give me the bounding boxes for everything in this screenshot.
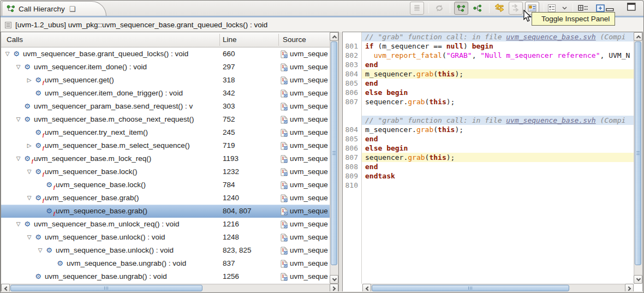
tree-row[interactable]: ⚙fuvm_sequence_base.lock()7841uvm_seque bbox=[1, 178, 330, 192]
caller-hierarchy-button[interactable] bbox=[454, 2, 468, 15]
scroll-down-button[interactable] bbox=[330, 275, 338, 284]
editor-vertical-scrollbar[interactable] bbox=[634, 32, 642, 284]
collapse-arrow-icon[interactable]: ▽ bbox=[14, 152, 22, 165]
file-link[interactable]: uvm_sequence_base.svh bbox=[506, 33, 595, 41]
code-line-body: end bbox=[362, 79, 634, 88]
column-header-line[interactable]: Line bbox=[223, 32, 237, 47]
tree-row[interactable]: ⚙uvm_sequencer_param_base.send_request()… bbox=[1, 100, 330, 113]
maximize-button[interactable] bbox=[627, 3, 636, 13]
line-number-cell: 1248 bbox=[223, 231, 239, 244]
method-gear-icon: ⚙f bbox=[34, 126, 43, 139]
tree-row[interactable]: ▽⚙fuvm_sequencer_base.m_lock_req()11931u… bbox=[1, 152, 330, 165]
expand-arrow-icon[interactable]: ▷ bbox=[25, 74, 33, 87]
collapse-arrow-icon[interactable]: ▽ bbox=[3, 47, 11, 61]
source-cell: 1uvm_seque bbox=[281, 192, 330, 205]
source-cell: 1uvm_seque bbox=[281, 205, 330, 218]
tree-vertical-scrollbar[interactable] bbox=[330, 32, 338, 284]
collapse-arrow-icon[interactable]: ▽ bbox=[14, 61, 22, 74]
layers-button[interactable] bbox=[410, 2, 424, 15]
tree-row[interactable]: ▽⚙uvm_sequence_base.unlock() : void823, … bbox=[1, 244, 330, 257]
gutter-line-number: 805 bbox=[343, 79, 358, 88]
callee-hierarchy-button[interactable] bbox=[470, 2, 485, 15]
tree-vscroll-thumb[interactable] bbox=[331, 41, 337, 265]
tree-row[interactable]: ⚙uvm_sequence_base.ungrab() : void8371uv… bbox=[1, 257, 330, 270]
collapse-arrow-icon[interactable]: ▽ bbox=[25, 231, 33, 244]
source-cell: 1uvm_seque bbox=[281, 218, 330, 231]
method-gear-icon: ⚙ bbox=[45, 244, 53, 257]
gutter-line-number: 807 bbox=[343, 153, 358, 162]
source-file-name: uvm_seque bbox=[290, 257, 328, 270]
column-divider[interactable] bbox=[219, 34, 220, 46]
caller-hierarchy-icon bbox=[457, 4, 466, 13]
code-token bbox=[382, 144, 386, 152]
source-cell: 1uvm_seque bbox=[281, 61, 330, 74]
tree-row[interactable]: ⚙uvm_sequencer.item_done_trigger() : voi… bbox=[1, 87, 330, 100]
source-cell: 1uvm_seque bbox=[281, 257, 330, 270]
tree-row[interactable]: ⚙uvm_sequencer_base.ungrab() : void12561… bbox=[1, 270, 330, 283]
collapse-arrow-icon[interactable]: ▽ bbox=[14, 113, 22, 126]
code-token: // "grab" function call: in file bbox=[365, 33, 506, 41]
call-label: uvm_sequencer.get() bbox=[45, 74, 219, 87]
next-occurrence-button[interactable] bbox=[509, 2, 523, 15]
tree-row[interactable]: ▽⚙uvm_sequencer.item_done() : void2971uv… bbox=[1, 61, 330, 74]
collapse-arrow-icon[interactable]: ▽ bbox=[25, 165, 33, 178]
column-divider[interactable] bbox=[278, 34, 279, 46]
expand-arrow-icon[interactable]: ▷ bbox=[25, 139, 33, 152]
code-token: null bbox=[446, 42, 463, 50]
scroll-up-button[interactable] bbox=[634, 32, 642, 41]
collapse-arrow-icon[interactable]: ▽ bbox=[36, 244, 44, 257]
tree-row[interactable]: ⚙fuvm_sequence_base.grab()804, 8071uvm_s… bbox=[1, 205, 330, 218]
column-header-calls[interactable]: Calls bbox=[7, 32, 23, 47]
file-link[interactable]: uvm_sequence_base.svh bbox=[506, 116, 595, 124]
code-line: 804m_sequencer.grab(this); bbox=[343, 69, 634, 79]
tree-row[interactable]: ▽⚙uvm_sequencer_base.m_unlock_req() : vo… bbox=[1, 218, 330, 231]
systemverilog-file-icon: 1 bbox=[281, 155, 288, 163]
systemverilog-file-icon: 1 bbox=[281, 63, 288, 71]
code-token: ( bbox=[442, 51, 446, 59]
scroll-up-button[interactable] bbox=[330, 32, 338, 41]
method-gear-icon: ⚙f bbox=[34, 139, 43, 152]
refresh-icon bbox=[435, 4, 444, 13]
svg-text:1: 1 bbox=[282, 195, 284, 200]
code-token: m_sequencer. bbox=[365, 70, 416, 78]
code-line: 804m_sequencer.grab(this); bbox=[343, 125, 634, 134]
code-token: "Null m_sequencer reference" bbox=[480, 51, 600, 59]
method-gear-icon: ⚙f bbox=[34, 192, 43, 205]
source-cell: 1uvm_seque bbox=[281, 126, 330, 139]
toolbar-separator bbox=[489, 3, 490, 13]
tree-row[interactable]: ⚙fuvm_sequencer.try_next_item()2451uvm_s… bbox=[1, 126, 330, 139]
close-icon[interactable]: ❏ bbox=[69, 5, 76, 13]
source-cell: 1uvm_seque bbox=[281, 178, 330, 192]
toggle-direction-button[interactable] bbox=[492, 2, 506, 15]
collapse-arrow-icon[interactable]: ▽ bbox=[25, 192, 33, 205]
gutter-line-number: 802 bbox=[343, 51, 358, 60]
code-line-body: else begin bbox=[362, 88, 634, 97]
code-token: ); bbox=[455, 70, 463, 78]
line-number-cell: 823, 825 bbox=[223, 244, 252, 257]
tab-call-hierarchy[interactable]: Call Hierarchy ❏ bbox=[2, 1, 106, 16]
systemverilog-file-icon: 1 bbox=[281, 220, 288, 229]
systemverilog-file-icon: 1 bbox=[281, 50, 288, 58]
code-token: (Compi bbox=[596, 116, 626, 124]
tree-row[interactable]: ▷⚙fuvm_sequencer_base.m_select_sequence(… bbox=[1, 139, 330, 152]
editor-vscroll-thumb[interactable] bbox=[635, 41, 641, 265]
tree-row[interactable]: ▽⚙fuvm_sequencer_base.lock()12321uvm_seq… bbox=[1, 165, 330, 178]
scroll-down-button[interactable] bbox=[634, 275, 642, 284]
column-header-source[interactable]: Source bbox=[283, 32, 306, 47]
editor-hscroll-thumb[interactable] bbox=[372, 285, 569, 291]
tree-row[interactable]: ▽⚙fuvm_sequencer_base.grab()12401uvm_seq… bbox=[1, 192, 330, 205]
refresh-button[interactable] bbox=[432, 2, 446, 15]
code-token: , UVM_N bbox=[600, 51, 630, 59]
tree-row[interactable]: ▽⚙uvm_sequencer_base.grant_queued_locks(… bbox=[1, 47, 330, 61]
tree-row[interactable]: ▷⚙fuvm_sequencer.get()3181uvm_seque bbox=[1, 74, 330, 87]
svg-text:1: 1 bbox=[282, 51, 284, 56]
tree-hscroll-thumb[interactable] bbox=[10, 285, 202, 291]
tree-row[interactable]: ▽⚙uvm_sequencer_base.m_choose_next_reque… bbox=[1, 113, 330, 126]
svg-text:1: 1 bbox=[282, 222, 284, 226]
line-number-cell: 784 bbox=[223, 178, 235, 192]
tab-title: Call Hierarchy bbox=[19, 5, 65, 13]
tree-row[interactable]: ▽⚙uvm_sequencer_base.unlock() : void1248… bbox=[1, 231, 330, 244]
task-adornment: f bbox=[43, 80, 44, 85]
code-line-body: m_sequencer.grab(this); bbox=[362, 125, 634, 134]
collapse-arrow-icon[interactable]: ▽ bbox=[14, 218, 22, 231]
